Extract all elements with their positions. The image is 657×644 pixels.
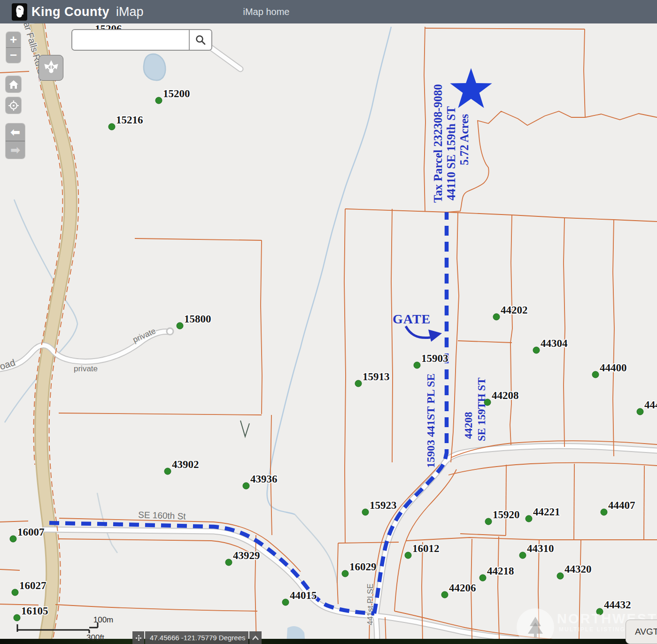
parcel-number-text: 43929 — [233, 550, 260, 561]
parcel-point-icon — [108, 123, 115, 130]
parcel-point-icon — [557, 573, 564, 579]
parcel-number-text: 44221 — [533, 506, 560, 518]
app-title: iMap — [116, 5, 144, 19]
parcel-number-text: 15923 — [370, 499, 397, 511]
addr-label-line1: 44208 — [463, 412, 474, 439]
previous-extent-button[interactable]: ⬅ — [6, 123, 25, 141]
tax-parcel-annotation-line1: Tax Parcel 232308-9080 — [432, 84, 444, 203]
parcel-point-icon — [225, 559, 232, 566]
road-name-label: SE 160th St — [138, 510, 186, 521]
parcel-point-icon — [493, 314, 500, 320]
parcel-point-icon — [10, 536, 16, 542]
parcel-point-icon — [405, 552, 411, 559]
parcel-point-icon — [342, 570, 348, 577]
tax-parcel-annotation-line3: 5.72 Acres — [458, 114, 471, 165]
tax-parcel-annotation-line2: 44110 SE 159th ST — [445, 106, 457, 200]
search-input[interactable] — [72, 30, 189, 50]
parcel-point-icon — [592, 371, 599, 378]
brand-title: King County — [31, 5, 109, 19]
parcel-point-icon — [533, 347, 540, 353]
parcel-point-icon — [441, 591, 448, 598]
parcel-point-icon — [243, 483, 249, 489]
pan-tool-icon — [43, 60, 59, 76]
parcel-number-text: 44432 — [604, 599, 631, 611]
scale-metric-label: 100m — [93, 616, 114, 624]
extent-history-control: ⬅ ➡ — [6, 123, 25, 159]
parcel-point-icon — [362, 509, 369, 515]
parcel-number-text: 44304 — [541, 337, 568, 349]
parcel-number-text: 15903 — [421, 353, 448, 364]
search-button[interactable] — [189, 30, 211, 50]
parcel-number-text: 15800 — [184, 313, 211, 325]
chevron-up-icon[interactable] — [249, 631, 262, 644]
parcel-number-text: 44400 — [600, 362, 627, 374]
parcel-number-text: 44320 — [564, 563, 592, 575]
coordinate-readout: 47.45666 -121.75779 Degrees — [145, 631, 248, 644]
parcel-number-text: 16007 — [17, 526, 45, 538]
parcel-number-text: 44208 — [492, 390, 519, 401]
parcel-number-text: 44015 — [290, 590, 317, 601]
parcel-number-text: 15920 — [493, 509, 520, 521]
parcel-number-text: 15200 — [163, 88, 190, 100]
parcel-number-text: 16029 — [349, 561, 377, 573]
parcel-number-text: 44206 — [449, 582, 476, 594]
parcel-number-text: 15913 — [363, 371, 390, 383]
parcel-point-icon — [601, 509, 607, 515]
parcel-point-icon — [12, 589, 18, 596]
parcel-point-icon — [485, 518, 492, 525]
drive-address-label: 15903 441ST PL SE — [425, 373, 437, 468]
road-culdesac — [167, 328, 173, 335]
parcel-point-icon — [155, 97, 162, 104]
map-background — [0, 0, 657, 644]
parcel-point-icon — [637, 408, 643, 415]
avgt-overlay-button[interactable]: AVGT — [626, 620, 657, 644]
search-icon — [195, 34, 206, 46]
parcel-number-text: 44202 — [501, 304, 528, 316]
scale-imperial-label: 300ft — [86, 633, 104, 642]
parcel-number-text: 444 — [644, 399, 657, 411]
parcel-number-text: 16105 — [21, 605, 48, 617]
parcel-point-icon — [282, 599, 289, 606]
imap-home-link[interactable]: iMap home — [243, 7, 290, 17]
parcel-number-text: 15216 — [116, 114, 143, 126]
coordinate-crosshair-icon[interactable] — [132, 631, 144, 644]
pan-tool-button[interactable] — [39, 55, 63, 81]
king-county-logo[interactable] — [12, 3, 27, 21]
pond — [144, 54, 165, 80]
locate-icon — [8, 100, 19, 111]
gate-label: GATE — [393, 312, 431, 326]
parcel-point-icon — [177, 322, 183, 329]
road-name-label: private — [74, 364, 98, 373]
parcel-point-icon — [479, 575, 486, 581]
parcel-point-icon — [526, 515, 532, 522]
parcel-number-text: 16012 — [412, 543, 440, 554]
road-name-label: 441st Pl SE — [366, 583, 375, 625]
parcel-number-text: 43902 — [172, 459, 199, 470]
parcel-point-icon — [414, 362, 420, 368]
scale-bar: 100m 300ft — [14, 616, 127, 644]
parcel-point-icon — [519, 552, 526, 559]
locate-me-button[interactable] — [6, 97, 21, 114]
top-app-bar: King County iMap iMap home — [0, 0, 657, 23]
parcel-point-icon — [164, 468, 171, 475]
coordinate-bar: 47.45666 -121.75779 Degrees — [132, 631, 262, 644]
parcel-number-text: 44218 — [487, 565, 514, 577]
search-box — [71, 29, 212, 51]
imap-application-window: Cedar Falls Rd SEoadprivateprivateSE 160… — [0, 0, 657, 644]
parcel-number-text: 16027 — [19, 580, 46, 591]
addr-label-line2: SE 159TH ST — [476, 378, 487, 442]
parcel-point-icon — [355, 380, 362, 387]
parcel-number-text: 44310 — [527, 543, 554, 554]
home-icon — [8, 79, 19, 90]
zoom-in-button[interactable]: + — [6, 32, 21, 48]
home-extent-button[interactable] — [6, 76, 21, 92]
zoom-out-button[interactable]: − — [6, 48, 21, 63]
parcel-number-text: 43936 — [250, 473, 278, 485]
zoom-control: + − — [6, 32, 21, 63]
map-canvas[interactable]: Cedar Falls Rd SEoadprivateprivateSE 160… — [0, 0, 657, 644]
next-extent-button[interactable]: ➡ — [6, 141, 25, 159]
parcel-point-icon — [484, 399, 491, 406]
parcel-number-text: 44407 — [608, 499, 635, 511]
